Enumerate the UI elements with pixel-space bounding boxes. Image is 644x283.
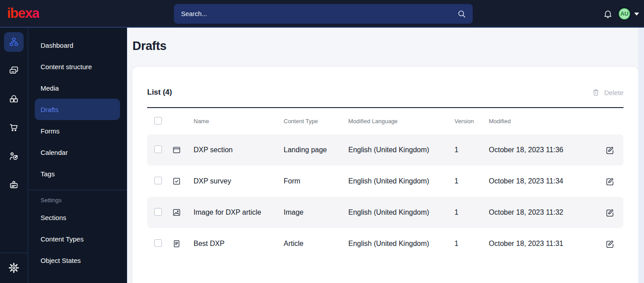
rail-item-settings[interactable] (0, 257, 28, 279)
table-row: Image for DXP article Image English (Uni… (147, 197, 623, 228)
row-checkbox[interactable] (154, 177, 162, 184)
rail-item-profile[interactable] (0, 171, 28, 199)
row-checkbox[interactable] (154, 208, 162, 216)
row-modified: October 18, 2023 11:36 (482, 146, 591, 154)
row-modified: October 18, 2023 11:34 (482, 177, 591, 185)
ibexa-logo: ibexa (7, 5, 39, 21)
settings-section-heading: Settings (35, 195, 120, 205)
row-version: 1 (447, 146, 482, 154)
pages-icon (4, 61, 24, 80)
row-checkbox[interactable] (154, 239, 162, 247)
rail-item-personalization[interactable] (0, 142, 28, 171)
edit-button[interactable] (598, 208, 615, 217)
sidebar-item-media[interactable]: Media (35, 77, 120, 99)
user-avatar[interactable]: AU (618, 7, 631, 21)
image-icon (172, 208, 181, 217)
rail-item-pages[interactable] (0, 56, 28, 85)
row-modified-language: English (United Kingdom) (341, 146, 447, 154)
column-header-modified-language: Modified Language (341, 118, 447, 125)
row-content-type: Image (277, 208, 341, 216)
search-icon[interactable] (457, 9, 466, 19)
table-row: DXP survey Form English (United Kingdom)… (147, 166, 623, 197)
global-search (174, 4, 473, 24)
edit-button[interactable] (598, 146, 615, 155)
sidebar-panel: Dashboard Content structure Media Drafts… (28, 28, 127, 283)
scrollbar-track[interactable] (638, 28, 644, 283)
sidebar-item-object-states[interactable]: Object States (35, 250, 120, 271)
form-icon (172, 177, 181, 186)
rail-item-commerce[interactable] (0, 113, 28, 142)
user-menu-caret-icon[interactable] (634, 12, 639, 16)
topbar: ibexa AU (0, 0, 644, 28)
sidebar-item-sections[interactable]: Sections (35, 207, 120, 228)
settings-divider (28, 190, 127, 190)
sidebar-item-forms[interactable]: Forms (35, 120, 120, 142)
row-content-type: Landing page (277, 146, 341, 154)
row-name[interactable]: Best DXP (186, 240, 277, 248)
icon-rail (0, 28, 28, 283)
landing-page-icon (172, 146, 181, 154)
select-all-checkbox[interactable] (154, 117, 162, 125)
sidebar-item-calendar[interactable]: Calendar (35, 142, 120, 163)
table-header-row: Name Content Type Modified Language Vers… (147, 107, 623, 134)
personalization-target-icon (4, 146, 24, 166)
delete-button-label: Delete (604, 89, 623, 96)
edit-icon (605, 208, 615, 217)
column-header-modified: Modified (482, 118, 591, 125)
content-tree-icon (4, 32, 24, 52)
edit-icon (605, 177, 615, 186)
rail-item-product-catalog[interactable] (0, 85, 28, 113)
row-name[interactable]: DXP survey (186, 177, 277, 185)
article-icon (172, 239, 181, 248)
search-input[interactable] (174, 4, 473, 24)
rail-bottom (0, 253, 28, 283)
sidebar-item-tags[interactable]: Tags (35, 163, 120, 184)
row-modified: October 18, 2023 11:32 (482, 208, 591, 216)
row-modified-language: English (United Kingdom) (341, 240, 447, 248)
sidebar-item-content-types[interactable]: Content Types (35, 228, 120, 250)
column-header-version: Version (447, 118, 482, 125)
row-modified: October 18, 2023 11:31 (482, 240, 591, 248)
table-row: DXP section Landing page English (United… (147, 134, 623, 166)
sidebar-item-content-structure[interactable]: Content structure (35, 56, 120, 77)
row-name[interactable]: DXP section (186, 146, 277, 154)
edit-icon (605, 239, 615, 249)
list-count-title: List (4) (147, 88, 172, 97)
row-version: 1 (447, 208, 482, 216)
shopping-cart-icon (4, 118, 24, 137)
table-row: Best DXP Article English (United Kingdom… (147, 228, 623, 259)
trash-icon (591, 88, 600, 97)
row-modified-language: English (United Kingdom) (341, 208, 447, 216)
main-content: Drafts List (4) Delete Name Content Type… (127, 28, 644, 283)
row-version: 1 (447, 240, 482, 248)
drafts-card: List (4) Delete Name Content Type Modifi… (132, 67, 638, 283)
sidebar-item-dashboard[interactable]: Dashboard (35, 34, 120, 56)
edit-button[interactable] (598, 177, 615, 186)
column-header-content-type: Content Type (277, 118, 341, 125)
edit-icon (605, 146, 615, 155)
row-name[interactable]: Image for DXP article (186, 208, 277, 216)
sidebar-item-drafts[interactable]: Drafts (35, 99, 120, 120)
settings-gear-icon (4, 258, 24, 278)
edit-button[interactable] (598, 239, 615, 249)
row-content-type: Article (277, 240, 341, 248)
product-catalog-icon (4, 89, 24, 109)
rail-item-content-tree[interactable] (0, 28, 28, 56)
row-checkbox[interactable] (154, 146, 162, 153)
row-content-type: Form (277, 177, 341, 185)
delete-button[interactable]: Delete (591, 88, 623, 97)
page-title: Drafts (132, 39, 166, 53)
profile-badge-icon (4, 175, 24, 195)
row-modified-language: English (United Kingdom) (341, 177, 447, 185)
notifications-bell-icon[interactable] (603, 9, 613, 19)
column-header-name: Name (186, 118, 277, 125)
row-version: 1 (447, 177, 482, 185)
